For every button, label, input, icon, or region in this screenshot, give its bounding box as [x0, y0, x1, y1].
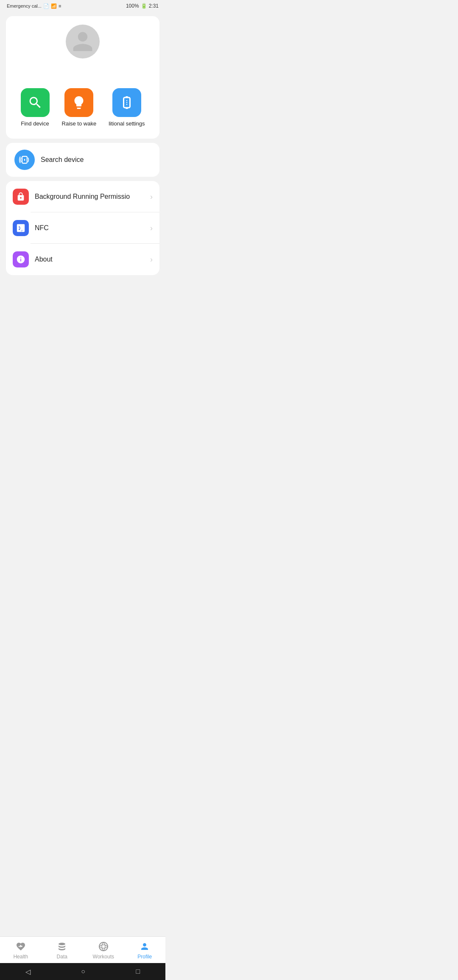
additional-settings-label: litional settings — [109, 120, 145, 127]
emergency-call-text: Emergency cal... — [7, 3, 42, 8]
raise-to-wake-action[interactable]: Raise to wake — [62, 88, 97, 127]
info-icon — [16, 255, 25, 264]
background-permission-label: Background Running Permissio — [35, 193, 144, 200]
avatar-icon — [71, 30, 95, 53]
additional-settings-action[interactable]: litional settings — [109, 88, 145, 127]
about-icon — [13, 251, 29, 267]
svg-rect-7 — [126, 108, 128, 109]
svg-text:N: N — [18, 226, 20, 230]
sim-icon: 📄 — [43, 3, 49, 9]
find-device-action[interactable]: Find device — [21, 88, 50, 127]
find-device-icon-bg — [21, 88, 50, 117]
search-device-icon — [14, 150, 35, 170]
nfc-chevron: › — [150, 224, 153, 233]
status-left: Emergency cal... 📄 📶 ≡ — [7, 3, 61, 9]
svg-point-4 — [126, 102, 127, 103]
status-bar: Emergency cal... 📄 📶 ≡ 100% 🔋 2:31 — [0, 0, 165, 12]
background-permission-item[interactable]: Background Running Permissio › — [6, 181, 159, 212]
watch-signal-icon — [19, 154, 31, 166]
search-device-section[interactable]: Search device — [6, 143, 159, 177]
data-icon: ≡ — [59, 3, 61, 8]
profile-card: Find device Raise to wake — [6, 16, 159, 139]
time-text: 2:31 — [149, 3, 159, 9]
background-permission-chevron: › — [150, 192, 153, 201]
about-item[interactable]: About › — [6, 244, 159, 275]
svg-rect-6 — [126, 96, 128, 97]
avatar — [66, 25, 100, 58]
nfc-symbol-icon: N — [16, 223, 25, 233]
quick-actions: Find device Raise to wake — [14, 88, 151, 127]
nfc-label: NFC — [35, 224, 144, 232]
nfc-icon: N — [13, 220, 29, 236]
battery-icon: 🔋 — [141, 3, 147, 9]
lightbulb-icon — [71, 95, 87, 110]
about-label: About — [35, 256, 144, 263]
status-right: 100% 🔋 2:31 — [126, 3, 159, 9]
svg-point-3 — [126, 100, 127, 101]
search-device-label: Search device — [41, 156, 84, 164]
lock-icon — [16, 192, 25, 201]
search-icon — [28, 95, 43, 110]
watch-icon — [119, 95, 134, 110]
raise-to-wake-icon-bg — [64, 88, 93, 117]
svg-point-0 — [78, 101, 80, 103]
svg-rect-1 — [78, 100, 80, 101]
background-permission-icon — [13, 189, 29, 205]
additional-settings-icon-bg — [112, 88, 141, 117]
about-chevron: › — [150, 255, 153, 264]
find-device-label: Find device — [21, 120, 49, 127]
raise-to-wake-label: Raise to wake — [62, 120, 97, 127]
wifi-icon: 📶 — [51, 3, 57, 9]
battery-text: 100% — [126, 3, 139, 9]
settings-list: Background Running Permissio › N NFC › A… — [6, 181, 159, 275]
svg-rect-9 — [24, 159, 25, 161]
svg-point-5 — [126, 104, 127, 105]
nfc-item[interactable]: N NFC › — [6, 212, 159, 244]
